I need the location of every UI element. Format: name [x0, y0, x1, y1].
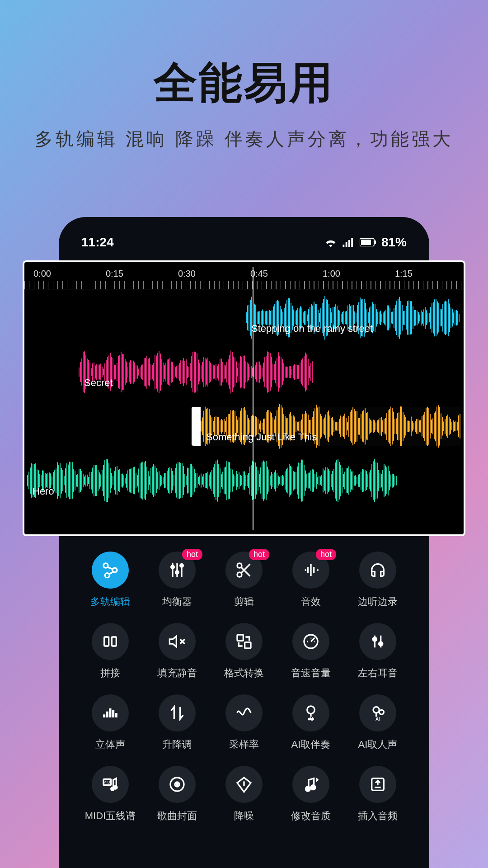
tool-insert[interactable]: 插入音频 — [344, 766, 411, 823]
hero-subtitle: 多轨编辑 混响 降躁 伴奏人声分离，功能强大 — [0, 127, 488, 151]
sample-icon — [225, 694, 263, 731]
svg-point-33 — [176, 783, 178, 785]
playhead[interactable] — [253, 267, 253, 530]
hot-badge: hot — [249, 549, 269, 560]
aivocal-icon: AI — [359, 694, 396, 731]
svg-rect-15 — [104, 637, 109, 646]
tool-label: 歌曲封面 — [157, 809, 197, 823]
tool-midi[interactable]: MIDI MIDI五线谱 — [77, 766, 144, 823]
tool-label: 音效 — [301, 595, 321, 609]
tool-splice[interactable]: 拼接 — [77, 623, 144, 680]
svg-point-13 — [237, 563, 242, 568]
svg-point-20 — [373, 637, 376, 641]
tool-label: 边听边录 — [358, 595, 398, 609]
svg-point-10 — [171, 566, 174, 569]
status-battery: 81% — [381, 235, 407, 250]
tool-label: 修改音质 — [291, 809, 331, 823]
hot-badge: hot — [182, 549, 202, 560]
audio-track-1[interactable]: Stepping on the rainy street — [246, 298, 461, 337]
track-label: Stepping on the rainy street — [251, 323, 373, 335]
multitrack-icon — [92, 552, 129, 589]
svg-rect-2 — [348, 240, 350, 247]
track-label: Hero — [33, 486, 54, 497]
insert-icon — [359, 766, 396, 803]
tool-label: 均衡器 — [162, 595, 192, 609]
hero-title: 全能易用 — [0, 54, 488, 113]
status-bar: 11:24 81% — [72, 231, 416, 263]
svg-point-25 — [379, 710, 384, 714]
audio-track-4[interactable]: Hero — [27, 461, 398, 500]
svg-point-30 — [114, 786, 117, 789]
stereo-icon — [359, 623, 396, 660]
cover-icon — [159, 766, 196, 803]
ruler-ticks — [24, 281, 464, 289]
tool-label: AI取人声 — [358, 738, 398, 751]
tool-soundfx[interactable]: hot 音效 — [277, 552, 344, 609]
status-time: 11:24 — [81, 235, 114, 250]
tool-label: 采样率 — [229, 738, 259, 751]
pitch-icon — [159, 694, 196, 731]
svg-rect-6 — [375, 241, 376, 244]
denoise-icon — [225, 766, 263, 803]
svg-point-21 — [379, 642, 383, 646]
audio-track-3[interactable]: Something Just Like This — [201, 407, 461, 446]
svg-point-22 — [307, 706, 315, 714]
midi-icon: MIDI — [92, 766, 129, 803]
mute-icon — [159, 623, 196, 660]
tool-label: 多轨编辑 — [90, 595, 130, 609]
status-right: 81% — [324, 235, 407, 250]
tool-label: 填充静音 — [157, 666, 197, 680]
tool-pitch[interactable]: 升降调 — [144, 694, 211, 751]
tool-cover[interactable]: 歌曲封面 — [144, 766, 211, 823]
timeline-ruler[interactable]: 0:00 0:15 0:30 0:45 1:00 1:15 — [24, 267, 464, 289]
tools-grid: 多轨编辑 hot 均衡器 hot 剪辑 hot 音效 边听边录 拼接 填充静音 … — [72, 552, 416, 823]
tool-stereo[interactable]: 左右耳音 — [344, 623, 411, 680]
audio-track-2[interactable]: Secret — [79, 353, 314, 392]
hot-badge: hot — [316, 549, 336, 560]
track-handle[interactable] — [192, 407, 201, 446]
tool-label: 剪辑 — [234, 595, 254, 609]
svg-rect-16 — [112, 637, 116, 646]
svg-rect-0 — [343, 245, 344, 247]
svg-rect-5 — [361, 240, 371, 245]
svg-text:AI: AI — [309, 717, 313, 722]
ruler-label: 1:00 — [323, 269, 340, 279]
svg-rect-3 — [351, 238, 353, 247]
ruler-label: 0:30 — [178, 269, 196, 279]
battery-icon — [360, 238, 376, 246]
splice-icon — [92, 623, 129, 660]
signal-icon — [343, 238, 354, 247]
tool-aivocal[interactable]: AI AI取人声 — [344, 694, 411, 751]
aimic-icon: AI — [292, 694, 329, 731]
quality-icon — [292, 766, 329, 803]
tool-label: 左右耳音 — [358, 666, 398, 680]
svg-point-11 — [176, 571, 179, 574]
tool-label: 拼接 — [100, 666, 120, 680]
timeline-panel[interactable]: 0:00 0:15 0:30 0:45 1:00 1:15 Stepping o… — [23, 260, 465, 536]
tool-quality[interactable]: 修改音质 — [277, 766, 344, 823]
tool-scissors[interactable]: hot 剪辑 — [211, 552, 277, 609]
tool-label: 插入音频 — [358, 809, 398, 823]
svg-rect-1 — [346, 242, 347, 247]
tool-mute[interactable]: 填充静音 — [144, 623, 211, 680]
track-label: Secret — [84, 377, 113, 389]
svg-rect-17 — [237, 635, 243, 641]
tool-bars[interactable]: 立体声 — [77, 694, 144, 751]
tool-sample[interactable]: 采样率 — [211, 694, 277, 751]
tool-label: MIDI五线谱 — [85, 809, 136, 823]
tool-label: 格式转换 — [224, 666, 264, 680]
tool-gauge[interactable]: 音速音量 — [277, 623, 344, 680]
tool-aimic[interactable]: AI AI取伴奏 — [277, 694, 344, 751]
ruler-label: 0:15 — [106, 269, 123, 279]
tool-convert[interactable]: 格式转换 — [211, 623, 277, 680]
tool-equalizer[interactable]: hot 均衡器 — [144, 552, 211, 609]
tool-headphones[interactable]: 边听边录 — [344, 552, 411, 609]
svg-text:AI: AI — [375, 717, 380, 722]
svg-point-12 — [180, 564, 183, 567]
svg-text:MIDI: MIDI — [103, 780, 112, 784]
tool-multitrack[interactable]: 多轨编辑 — [77, 552, 144, 609]
gauge-icon — [292, 623, 329, 660]
headphones-icon — [359, 552, 396, 589]
tool-denoise[interactable]: 降噪 — [211, 766, 277, 823]
ruler-label: 1:15 — [395, 269, 413, 279]
